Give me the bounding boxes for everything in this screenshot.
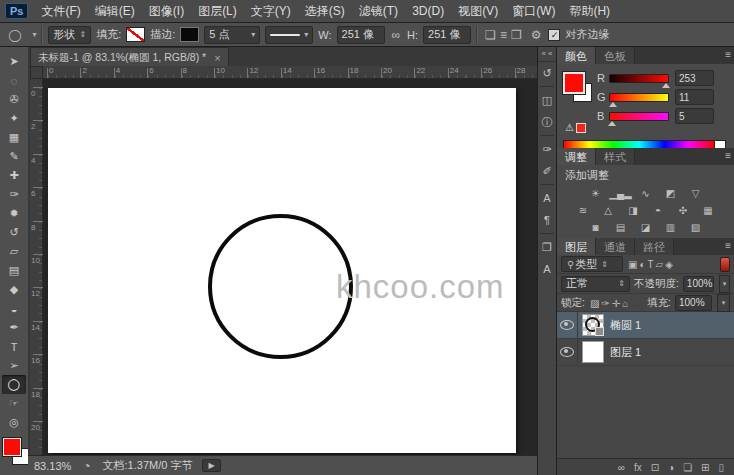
fill-input[interactable]: 100% — [675, 295, 712, 311]
brush-panel-icon[interactable]: ✑ — [538, 138, 556, 160]
layer-comps-panel-icon[interactable]: ❐ — [538, 236, 556, 258]
layer-visibility-cell[interactable] — [557, 339, 578, 365]
color-panel-tab-色板[interactable]: 色板 — [596, 47, 635, 64]
delete-layer-icon[interactable]: ▯ — [718, 462, 724, 473]
paragraph-panel-icon[interactable]: ¶ — [538, 209, 556, 231]
height-input[interactable]: 251 像 — [423, 26, 471, 44]
menu-item-T[interactable]: 滤镜(T) — [352, 4, 405, 18]
layer-visibility-cell[interactable] — [557, 312, 578, 338]
eye-icon[interactable] — [560, 347, 574, 357]
path-operations-icon[interactable]: ❏ — [483, 28, 498, 42]
posterize-icon[interactable]: ▤ — [613, 221, 629, 234]
path-arrangement-icon[interactable]: ❐ — [509, 28, 524, 42]
menu-item-V[interactable]: 视图(V) — [451, 4, 505, 18]
tool-mode-dropdown[interactable]: 形状⇕ — [48, 26, 91, 44]
color-panel-tab-颜色[interactable]: 颜色 — [557, 47, 596, 64]
menu-item-L[interactable]: 图层(L) — [191, 4, 244, 18]
move-tool[interactable]: ➤ — [2, 52, 26, 71]
path-alignment-icon[interactable]: ≡ — [498, 28, 509, 42]
threshold-icon[interactable]: ◪ — [638, 221, 654, 234]
curves-icon[interactable]: ∿ — [638, 187, 654, 200]
invert-icon[interactable]: ◙ — [588, 221, 604, 234]
exposure-icon[interactable]: ◩ — [663, 187, 679, 200]
document-close-icon[interactable]: × — [214, 52, 220, 64]
layer-filter-switch[interactable] — [720, 257, 730, 272]
color-lookup-icon[interactable]: ▦ — [700, 204, 716, 217]
slider-handle-G[interactable] — [609, 102, 617, 107]
eraser-tool[interactable]: ▱ — [2, 242, 26, 261]
menu-item-E[interactable]: 编辑(E) — [88, 4, 142, 18]
zoom-tool[interactable]: ◎ — [2, 413, 26, 432]
layer-thumbnail[interactable] — [582, 314, 604, 336]
path-selection-tool[interactable]: ➢ — [2, 356, 26, 375]
menu-item-W[interactable]: 窗口(W) — [505, 4, 562, 18]
lock-position-icon[interactable]: ✛ — [611, 298, 621, 309]
menu-item-I[interactable]: 图像(I) — [142, 4, 191, 18]
tool-preset-icon[interactable]: ◯ — [6, 28, 23, 42]
foreground-color-swatch[interactable] — [563, 72, 585, 94]
blur-tool[interactable]: ◆ — [2, 280, 26, 299]
lock-transparency-icon[interactable]: ▨ — [589, 298, 600, 309]
brightness-contrast-icon[interactable]: ☀ — [588, 187, 604, 200]
layer-thumbnail[interactable] — [582, 341, 604, 363]
layer-row[interactable]: 图层 1 — [557, 339, 734, 366]
gamut-warning[interactable]: ⚠ — [565, 122, 586, 133]
blend-mode-dropdown[interactable]: 正常 ⇕ — [561, 276, 630, 292]
align-edges-checkbox[interactable]: ✓ — [548, 29, 560, 41]
selective-color-icon[interactable]: ▧ — [688, 221, 704, 234]
character-panel-icon[interactable]: A — [538, 187, 556, 209]
layers-panel-tab-图层[interactable]: 图层 — [557, 238, 596, 255]
stroke-swatch[interactable] — [180, 27, 199, 42]
adjustments-panel-menu-icon[interactable]: ≡ — [725, 150, 731, 161]
filter-pixel-layers-icon[interactable]: ▣ — [627, 259, 638, 270]
menu-item-3DD[interactable]: 3D(D) — [405, 4, 451, 18]
new-group-icon[interactable]: ❏ — [683, 462, 692, 473]
foreground-color-swatch[interactable] — [3, 438, 21, 456]
filter-type-layers-icon[interactable]: T — [647, 259, 655, 270]
opacity-dropdown-arrow[interactable]: ▾ — [719, 275, 730, 293]
dodge-tool[interactable]: ◒ — [2, 299, 26, 318]
filter-adjustment-layers-icon[interactable]: ◐ — [638, 259, 646, 270]
gradient-map-icon[interactable]: ▥ — [663, 221, 679, 234]
slider-handle-R[interactable] — [662, 83, 670, 88]
channel-value-B[interactable]: 5 — [675, 108, 714, 124]
adjustments-panel-tab-样式[interactable]: 样式 — [596, 148, 635, 165]
brush-tool[interactable]: ✑ — [2, 185, 26, 204]
zoom-level-field[interactable]: 83.13% — [34, 460, 71, 472]
ellipse-tool[interactable]: ◯ — [2, 375, 26, 394]
color-balance-icon[interactable]: △ — [600, 204, 616, 217]
vibrance-icon[interactable]: ▽ — [688, 187, 704, 200]
photo-filter-icon[interactable]: ◓ — [650, 204, 666, 217]
spot-healing-tool[interactable]: ✚ — [2, 166, 26, 185]
layer-row[interactable]: 椭圆 1 — [557, 312, 734, 339]
tool-preset-dropdown-arrow[interactable]: ▾ — [32, 30, 36, 39]
menu-item-Y[interactable]: 文字(Y) — [244, 4, 298, 18]
brush-presets-panel-icon[interactable]: ✐ — [538, 160, 556, 182]
lock-all-icon[interactable]: ⌂ — [621, 298, 629, 309]
channel-value-R[interactable]: 253 — [675, 70, 714, 86]
eye-icon[interactable] — [560, 320, 574, 330]
layer-effects-icon[interactable]: fx — [634, 462, 642, 473]
channel-slider-G[interactable] — [609, 93, 669, 102]
gradient-tool[interactable]: ▤ — [2, 261, 26, 280]
character-styles-panel-icon[interactable]: A — [538, 258, 556, 280]
gear-icon[interactable]: ⚙ — [529, 28, 544, 42]
fill-swatch[interactable] — [126, 27, 145, 42]
layers-panel-menu-icon[interactable]: ≡ — [725, 240, 731, 251]
ellipse-shape[interactable] — [208, 214, 353, 359]
properties-panel-icon[interactable]: ◫ — [538, 89, 556, 111]
hand-tool[interactable]: ☞ — [2, 394, 26, 413]
crop-tool[interactable]: ▦ — [2, 128, 26, 147]
history-brush-tool[interactable]: ↺ — [2, 223, 26, 242]
document-tab[interactable]: 未标题-1 @ 83.1%(椭圆 1, RGB/8) * × — [30, 47, 229, 67]
clone-stamp-tool[interactable]: ✹ — [2, 204, 26, 223]
adjustments-panel-tab-调整[interactable]: 调整 — [557, 148, 596, 165]
menu-item-S[interactable]: 选择(S) — [298, 4, 352, 18]
new-layer-icon[interactable]: ⊞ — [701, 462, 709, 473]
menu-item-H[interactable]: 帮助(H) — [562, 4, 617, 18]
channel-value-G[interactable]: 11 — [675, 89, 714, 105]
layer-filter-dropdown[interactable]: ⚲ 类型 ⇕ — [561, 256, 623, 272]
menu-item-F[interactable]: 文件(F) — [34, 4, 87, 18]
stroke-width-dropdown[interactable]: 5 点▾ — [204, 26, 260, 44]
color-panel-menu-icon[interactable]: ≡ — [725, 49, 731, 60]
